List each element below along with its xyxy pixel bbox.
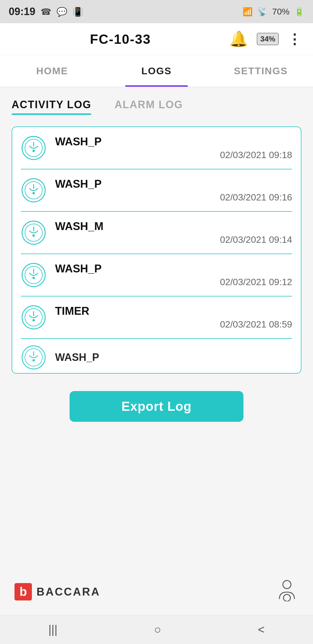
log-entry-name: WASH_P [55,351,99,363]
phone-icon: ☎ [41,7,51,17]
nav-menu-button[interactable]: ||| [48,623,57,636]
table-row: WASH_P 02/03/2021 09:18 [21,127,292,169]
log-entry-date: 02/03/2021 09:16 [55,192,292,203]
signal-icon: 📡 [257,7,267,17]
table-row: WASH_P 02/03/2021 09:16 [21,169,292,212]
log-entry-icon [21,305,46,330]
log-entry-name: WASH_M [55,220,103,232]
sub-tab-activity-log[interactable]: ACTIVITY LOG [12,99,91,115]
log-entry-icon [21,220,46,245]
person-icon [275,578,299,606]
bell-icon[interactable]: 🔔 [229,30,248,48]
log-entry-date: 02/03/2021 09:14 [55,234,292,245]
brand-logo: b BACCARA [14,583,100,600]
log-entry-date: 02/03/2021 08:59 [55,319,292,330]
sub-tab-alarm-log[interactable]: ALARM LOG [114,99,183,115]
sub-tabs: ACTIVITY LOG ALARM LOG [12,99,301,115]
header-right: 🔔 34% ⋮ [229,30,301,48]
nav-back-button[interactable]: < [258,623,265,636]
svg-point-11 [32,277,35,279]
brand-name: BACCARA [37,586,100,598]
app-title: FC-10-33 [90,31,151,47]
status-bar-right: 📶 📡 70% 🔋 [243,7,304,17]
svg-point-17 [32,359,35,361]
bottom-nav: ||| ○ < [0,615,313,644]
svg-point-14 [32,319,35,321]
export-section: Export Log [0,374,313,433]
log-entry-info: TIMER 02/03/2021 08:59 [55,305,292,330]
log-entry-name: TIMER [55,305,89,317]
svg-point-8 [32,234,35,237]
log-entry-icon [21,262,46,288]
battery-icon: 🔋 [294,7,304,17]
battery-percent: 70% [272,7,290,17]
log-entry-icon [21,178,46,203]
tab-home[interactable]: HOME [0,55,104,87]
svg-point-19 [283,594,290,601]
log-entry-info: WASH_P [55,351,292,363]
brand-b-icon: b [14,583,32,600]
table-row: WASH_P [21,339,292,373]
status-time: 09:19 [9,6,35,18]
log-entry-info: WASH_P 02/03/2021 09:12 [55,263,292,287]
content-area: ACTIVITY LOG ALARM LOG WASH_P 02/03/2021… [0,87,313,374]
log-list: WASH_P 02/03/2021 09:18 WASH_P 02/03/202… [12,126,301,374]
table-row: TIMER 02/03/2021 08:59 [21,296,292,339]
status-bar: 09:19 ☎ 💬 📳 📶 📡 70% 🔋 [0,0,313,23]
status-bar-left: 09:19 ☎ 💬 📳 [9,6,83,18]
tab-logs[interactable]: LOGS [104,55,209,87]
log-entry-info: WASH_P 02/03/2021 09:16 [55,178,292,203]
log-entry-info: WASH_M 02/03/2021 09:14 [55,220,292,245]
svg-point-2 [32,150,35,152]
main-tabs: HOME LOGS SETTINGS [0,55,313,87]
table-row: WASH_M 02/03/2021 09:14 [21,212,292,254]
svg-point-18 [283,580,291,589]
tab-settings[interactable]: SETTINGS [209,55,313,87]
table-row: WASH_P 02/03/2021 09:12 [21,254,292,296]
message-icon: 💬 [57,7,67,17]
app-header: FC-10-33 🔔 34% ⋮ [0,23,313,55]
wifi-icon: 📶 [243,7,253,17]
log-entry-name: WASH_P [55,263,101,275]
log-entry-date: 02/03/2021 09:18 [55,150,292,160]
device-battery-badge: 34% [257,33,279,45]
export-log-button[interactable]: Export Log [70,391,243,422]
footer: b BACCARA [0,569,313,615]
log-entry-date: 02/03/2021 09:12 [55,277,292,287]
log-entry-icon [21,135,46,161]
nav-home-button[interactable]: ○ [154,623,161,636]
voicemail-icon: 📳 [72,7,83,17]
log-entry-name: WASH_P [55,135,101,148]
svg-point-5 [32,192,35,194]
log-entry-icon [21,345,46,370]
log-entry-info: WASH_P 02/03/2021 09:18 [55,135,292,160]
log-entry-name: WASH_P [55,178,101,190]
more-options-icon[interactable]: ⋮ [287,31,301,47]
